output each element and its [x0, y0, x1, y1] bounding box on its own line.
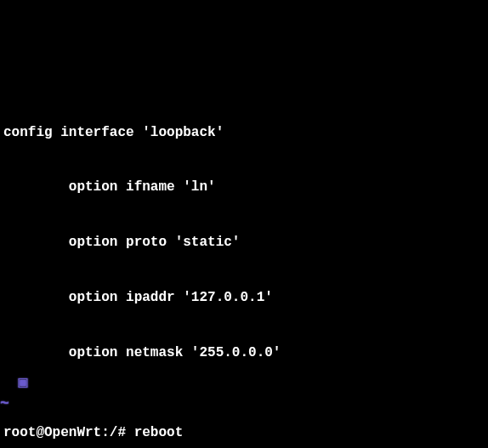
prompt-user-host: root@OpenWrt [3, 425, 101, 440]
command-input[interactable]: reboot [134, 425, 184, 440]
option-line: option ifname 'ln' [3, 179, 488, 197]
option-line: option netmask '255.0.0.0' [3, 344, 488, 363]
blank-line [3, 399, 488, 417]
shell-prompt[interactable]: root@OpenWrt:/# reboot [3, 424, 183, 443]
terminal-output[interactable]: config interface 'loopback' option ifnam… [3, 87, 488, 448]
editor-marker-icon: ▣~ [0, 352, 27, 414]
option-line: option ipaddr '127.0.0.1' [3, 289, 488, 308]
option-line: option proto 'static' [3, 234, 488, 252]
prompt-path: :/# [101, 425, 126, 440]
config-line: config interface 'loopback' [3, 124, 488, 143]
